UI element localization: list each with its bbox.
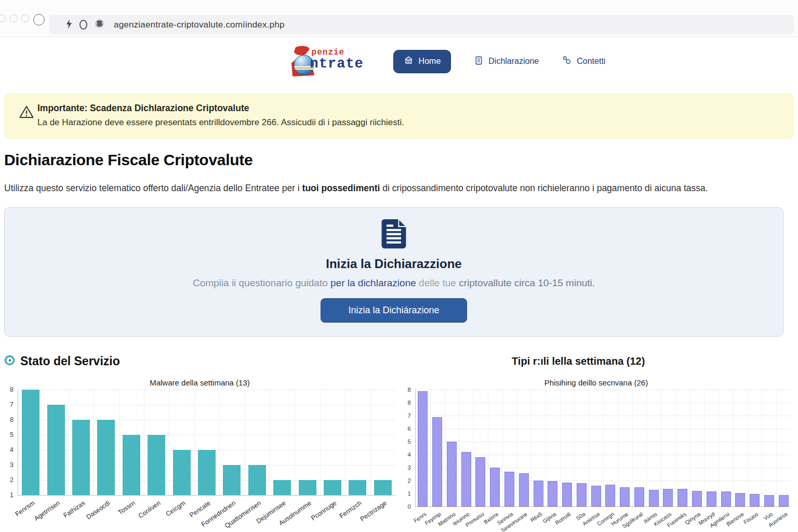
bar (692, 491, 702, 507)
bar (123, 435, 140, 495)
bar (504, 472, 514, 507)
status-row: Stato del Servizio Tipi r:ıli lella sett… (4, 354, 794, 370)
start-declaration-button[interactable]: Inizia la Dichiárazione (321, 298, 467, 323)
bar (47, 405, 65, 495)
x-axis-label: Conliven (137, 499, 162, 520)
y-axis-tick: 3 (10, 461, 14, 469)
gridline (445, 390, 445, 507)
x-axis-label: Pconnuge (310, 499, 338, 522)
y-axis-tick: 5 (10, 431, 14, 438)
bar (432, 417, 442, 507)
x-axis-label: Tossrn (117, 499, 137, 516)
gridline (618, 390, 618, 507)
chart-title: Malware della settimana (13) (4, 378, 395, 390)
bar (562, 483, 572, 507)
gridline (733, 390, 734, 507)
gridline (169, 390, 169, 495)
nav-contetti[interactable]: Contetti (562, 55, 605, 68)
cta-subtext-part: Compiia ii questionario guidato (193, 277, 330, 288)
x-axis-label: Rotroi6 (554, 511, 572, 526)
nav-dichlarazione[interactable]: Dichlarazione (474, 56, 539, 68)
y-axis: 87854321 (4, 390, 18, 495)
plot-area (415, 390, 791, 507)
gridline (748, 390, 748, 507)
gridline (646, 390, 647, 507)
intro-part: tuoi possedimenti (302, 183, 380, 193)
gridline (675, 390, 676, 507)
gridline (690, 390, 690, 507)
status-left-title: Stato del Servizio (20, 354, 120, 368)
gridline (43, 390, 44, 495)
bar (490, 468, 500, 507)
gridline (69, 390, 69, 495)
intro-part: di cripossandimento cripotovalute non ri… (380, 183, 708, 193)
gridline (18, 405, 395, 405)
gridline (94, 390, 94, 495)
gridline (589, 390, 589, 507)
oval-icon (79, 20, 87, 30)
cta-heading: Inizia la Dichiarazzione (5, 257, 783, 271)
y-axis-tick: 8 (10, 386, 14, 393)
gridline (661, 390, 661, 507)
gridline (560, 390, 561, 507)
chart-title: Phisihing deillo secnvana (26) (402, 378, 791, 390)
phishing-chart: Phisihing deillo secnvana (26) 887654321… (402, 378, 791, 507)
main-nav: Home Dichlarazione (393, 50, 606, 73)
bar (198, 450, 216, 495)
bar (649, 490, 659, 507)
y-axis-tick: 8 (408, 400, 411, 406)
charts-row: Malware della settimana (13) 87854321 Fe… (4, 378, 794, 507)
bar (534, 481, 543, 507)
window-control-dot[interactable] (0, 15, 6, 22)
bar (750, 494, 760, 507)
bar (324, 480, 341, 495)
y-axis-tick: 3 (408, 464, 411, 471)
y-axis-tick: 2 (10, 476, 14, 484)
document-nav-icon (474, 56, 484, 68)
gridline (762, 390, 762, 507)
gridline (295, 390, 295, 495)
status-target-icon (4, 355, 15, 368)
logo-text-line2: ntrate (310, 56, 364, 72)
bar (663, 489, 673, 507)
nav-home-button[interactable]: Home (393, 50, 451, 73)
bar (634, 487, 644, 507)
globe-icon (95, 19, 104, 31)
window-control-dot[interactable] (21, 15, 29, 22)
browser-nav-button[interactable] (33, 14, 45, 25)
status-right-title: Tipi r:ıli lella settimana (12) (512, 355, 645, 367)
warning-icon (19, 104, 34, 122)
y-axis-tick: 4 (10, 446, 14, 454)
cta-subtext-part: criptovallute circa 10-15 minuti. (459, 277, 595, 288)
window-control-dot[interactable] (10, 15, 18, 22)
y-axis-tick: 1 (10, 491, 14, 499)
nav-dichlarazione-label: Dichlarazione (488, 57, 539, 66)
page-title: Dichiarazione Fiscale Criptovalute (4, 151, 794, 169)
gridline (704, 390, 704, 507)
browser-chrome: agenziaentrate-criptovalute.comíindex.ph… (0, 0, 798, 37)
x-axis-label: Fathizas (62, 499, 86, 520)
bar (577, 483, 587, 507)
bar (418, 391, 428, 507)
intro-text: Utilizza questo servizio telematico offe… (4, 183, 794, 194)
bar (223, 465, 241, 495)
intro-part: Utilizza questo servizio telematico offe… (4, 183, 302, 193)
bar (374, 480, 392, 495)
bar (349, 480, 366, 495)
gridline (776, 390, 777, 507)
bar (605, 485, 615, 507)
agenzia-logo[interactable]: penzie ntrate (288, 45, 367, 77)
nav-home-label: Home (419, 57, 441, 66)
x-axis-label: Pectrizage (358, 499, 388, 523)
gridline (370, 390, 371, 495)
site-header: penzie ntrate Home (4, 37, 794, 78)
gridline (219, 390, 220, 495)
bar (519, 473, 529, 507)
plot-area (18, 390, 395, 496)
banner-title: Importante: Scadenza Dichlarazione Cript… (37, 103, 781, 114)
malware-chart: Malware della settimana (13) 87854321 Fe… (4, 378, 395, 507)
url-bar[interactable]: agenziaentrate-criptovalute.comíindex.ph… (49, 15, 794, 34)
warning-banner: Importante: Scadenza Dichlarazione Cript… (4, 93, 794, 139)
gridline (632, 390, 633, 507)
gridline (194, 390, 195, 495)
